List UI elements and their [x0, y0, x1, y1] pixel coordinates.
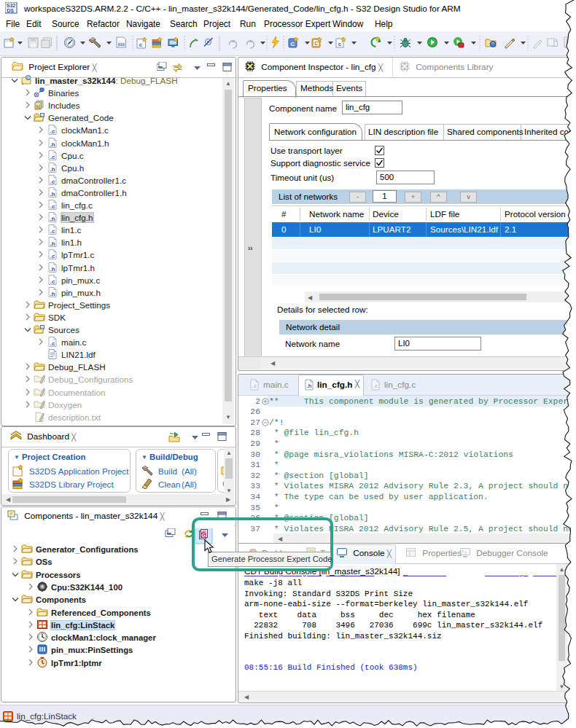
svg-text:.c: .c [373, 383, 378, 389]
svg-text:h: h [36, 105, 39, 109]
svg-text:.c: .c [50, 340, 55, 347]
svg-text:.c: .c [50, 128, 55, 135]
svg-text:C: C [314, 41, 318, 46]
svg-text:.c: .c [252, 383, 257, 389]
svg-text:DS: DS [7, 8, 14, 13]
svg-text:c: c [338, 41, 342, 47]
svg-text:.h: .h [50, 265, 55, 272]
svg-text:.h: .h [50, 216, 55, 222]
svg-text:i: i [23, 82, 23, 86]
svg-text:.h: .h [50, 240, 55, 247]
svg-text:.c: .c [50, 278, 55, 284]
svg-text:c: c [139, 42, 143, 48]
svg-text:.c: .c [50, 228, 55, 235]
svg-text:.c: .c [50, 178, 55, 184]
svg-text:.h: .h [307, 383, 312, 389]
svg-text:.h: .h [50, 190, 55, 197]
svg-text:.h: .h [50, 290, 55, 297]
svg-text:010: 010 [118, 43, 125, 47]
svg-text:.c: .c [50, 203, 55, 210]
svg-text:.h: .h [50, 141, 55, 147]
svg-text:C: C [26, 76, 30, 80]
svg-text:S32: S32 [7, 3, 16, 8]
svg-text:.h: .h [50, 165, 55, 172]
svg-text:.c: .c [50, 153, 55, 160]
svg-text:.c: .c [50, 253, 55, 259]
